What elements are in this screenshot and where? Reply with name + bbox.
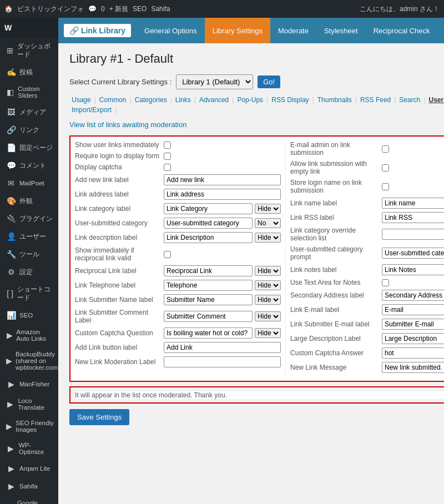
input-submitter-comment-label[interactable]	[164, 311, 253, 322]
input-captcha-answer[interactable]	[382, 347, 444, 359]
sidebar-item-shortcodes[interactable]: [ ] ショートコード	[0, 281, 58, 306]
sidebar-item-settings[interactable]: ⚙ 設定	[0, 263, 58, 281]
input-category-override[interactable]	[382, 229, 444, 240]
select-user-category-no[interactable]: NoHide	[255, 218, 281, 228]
arqam-icon: ▶	[6, 464, 16, 473]
sidebar-item-amazon[interactable]: ▶ Amazon Auto Links	[0, 324, 58, 346]
theme-link[interactable]: Sahifa	[151, 5, 170, 13]
site-name[interactable]: ビストリックインフォ	[17, 4, 84, 14]
sliders-icon: ◧	[6, 88, 14, 97]
pages-icon: 📄	[6, 143, 16, 152]
subtab-categories[interactable]: Categories	[133, 95, 169, 105]
input-new-link-msg[interactable]	[382, 362, 444, 373]
shortcodes-icon: [ ]	[6, 289, 14, 298]
sidebar-item-posts[interactable]: ✍ 投稿	[0, 63, 58, 81]
input-captcha-question[interactable]	[164, 327, 253, 339]
sidebar-item-mailpoet[interactable]: ✉ MailPoet	[0, 174, 58, 192]
input-link-rss-label[interactable]	[382, 212, 444, 223]
select-submitter-name-hide[interactable]: HideNo	[255, 295, 281, 305]
subtab-thumbnails[interactable]: Thumbnails	[315, 95, 354, 105]
input-telephone-label[interactable]	[164, 280, 253, 291]
select-link-desc-hide[interactable]: HideNo	[255, 233, 281, 243]
subtab-common[interactable]: Common	[97, 95, 129, 105]
check-show-links[interactable]	[164, 142, 171, 149]
sidebar-item-manfisher[interactable]: ▶ ManFisher	[0, 375, 58, 393]
library-select[interactable]: Library 1 (Default)	[176, 74, 253, 89]
sidebar-item-seo[interactable]: 📊 SEO	[0, 306, 58, 324]
nav-reciprocal-check[interactable]: Reciprocal Check	[366, 18, 438, 43]
select-link-category-hide[interactable]: HideNo	[255, 204, 281, 214]
subtab-import-export[interactable]: Import/Export	[69, 105, 114, 115]
go-button[interactable]: Go!	[258, 75, 280, 88]
select-captcha-question-hide[interactable]: HideNo	[255, 328, 281, 338]
check-require-login[interactable]	[164, 153, 171, 160]
sidebar-item-wp-optimize[interactable]: ▶ WP-Optimize	[0, 437, 58, 460]
subtab-rss-display[interactable]: RSS Display	[269, 95, 311, 105]
save-settings-button[interactable]: Save Settings	[69, 409, 129, 425]
sidebar-item-dashboard[interactable]: ⊞ ダッシュボード	[0, 38, 58, 63]
sidebar-item-plugins[interactable]: 🔌 プラグイン	[0, 210, 58, 228]
sidebar-item-media[interactable]: 🖼 メディア	[0, 103, 58, 121]
sidebar-item-pages[interactable]: 📄 固定ページ	[0, 139, 58, 157]
nav-faq[interactable]: FAQ	[438, 18, 444, 43]
input-secondary-addr-label[interactable]	[382, 290, 444, 301]
subtab-usage[interactable]: Usage	[69, 95, 93, 105]
subtab-advanced[interactable]: Advanced	[197, 95, 231, 105]
input-link-notes-label[interactable]	[382, 264, 444, 275]
input-new-link-mod-label[interactable]	[164, 356, 281, 367]
input-link-name-label[interactable]	[382, 198, 444, 209]
sidebar-label-tools: ツール	[19, 250, 39, 259]
subtab-rss-feed[interactable]: RSS Feed	[358, 95, 393, 105]
select-reciprocal-link-hide[interactable]: HideNo	[255, 266, 281, 276]
subtab-search[interactable]: Search	[397, 95, 422, 105]
moderation-link[interactable]: View list of links awaiting moderation	[69, 120, 444, 129]
input-link-address-label[interactable]	[164, 189, 281, 200]
sidebar-item-comments[interactable]: 💬 コメント	[0, 157, 58, 174]
seo-link[interactable]: SEO	[133, 5, 147, 13]
input-submitter-name-label[interactable]	[164, 294, 253, 305]
sidebar-item-sahifa[interactable]: ▶ Sahifa	[0, 477, 58, 495]
input-add-link-btn-label[interactable]	[164, 342, 281, 353]
input-moderation-message[interactable]	[75, 391, 444, 399]
row-captcha-answer: Custom Captcha Answer	[290, 347, 444, 359]
input-user-category[interactable]	[164, 218, 253, 229]
nav-stylesheet[interactable]: Stylesheet	[316, 18, 366, 43]
check-email-admin[interactable]	[382, 145, 389, 153]
sidebar-item-appearance[interactable]: 🎨 外観	[0, 192, 58, 210]
select-telephone-hide[interactable]: HideNo	[255, 280, 281, 290]
sidebar-item-arqam[interactable]: ▶ Arqam Lite	[0, 460, 58, 477]
input-link-desc-label[interactable]	[164, 232, 253, 243]
subtab-user-submission[interactable]: User Submission	[427, 95, 444, 105]
nav-library-settings[interactable]: Library Settings	[205, 18, 270, 43]
input-reciprocal-link-label[interactable]	[164, 265, 253, 276]
nav-general-options[interactable]: General Options	[137, 18, 205, 43]
row-secondary-addr: Secondary Address label HideNo	[290, 290, 444, 301]
sidebar-item-custom-sliders[interactable]: ◧ Custom Sliders	[0, 81, 58, 103]
check-captcha[interactable]	[164, 164, 171, 171]
new-post-link[interactable]: + 新規	[109, 4, 128, 14]
sidebar-item-links[interactable]: 🔗 リンク	[0, 121, 58, 139]
input-add-link-label[interactable]	[164, 174, 281, 185]
subtab-links[interactable]: Links	[173, 95, 193, 105]
input-submitter-email-label[interactable]	[382, 319, 444, 330]
label-new-link-mod: New Link Moderation Label	[75, 358, 164, 366]
check-allow-empty[interactable]	[382, 164, 389, 172]
check-store-login[interactable]	[382, 183, 389, 190]
sidebar-label-pages: 固定ページ	[19, 144, 53, 152]
sidebar-item-backupbuddy[interactable]: ▶ BackupBuddy (shared on wpblocker.com)	[0, 346, 58, 375]
input-link-category-label[interactable]	[164, 203, 253, 214]
input-link-email-label[interactable]	[382, 304, 444, 315]
subtab-popups[interactable]: Pop-Ups	[235, 95, 265, 105]
nav-moderate[interactable]: Moderate	[270, 18, 316, 43]
input-user-category-prompt[interactable]	[382, 248, 444, 259]
check-reciprocal-valid[interactable]	[164, 251, 171, 258]
sidebar-item-loco-translate[interactable]: ▶ Loco Translate	[0, 393, 58, 415]
input-large-desc-label[interactable]	[382, 333, 444, 344]
sidebar-item-users[interactable]: 👤 ユーザー	[0, 228, 58, 245]
sidebar-item-google-analytics[interactable]: ▶ Google Analytics	[0, 495, 58, 504]
sidebar-item-seo-images[interactable]: ▶ SEO Friendly Images	[0, 415, 58, 437]
backup-icon: ▶	[6, 356, 12, 365]
select-submitter-comment-hide[interactable]: HideNo	[255, 311, 281, 321]
check-text-area-notes[interactable]	[382, 279, 389, 286]
sidebar-item-tools[interactable]: 🔧 ツール	[0, 245, 58, 263]
